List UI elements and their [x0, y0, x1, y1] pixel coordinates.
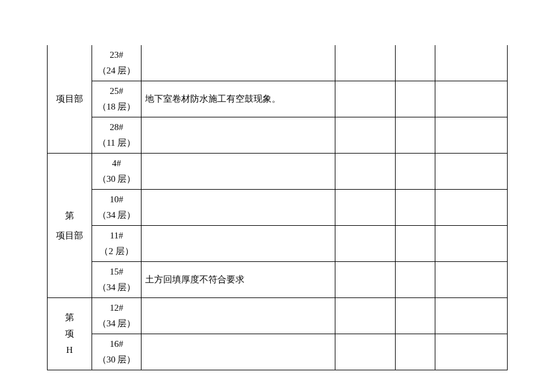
code-text: 4# — [112, 156, 121, 172]
empty-cell — [435, 117, 508, 154]
code-cell: 16# （30 层） — [92, 334, 142, 370]
floor-text: （11 层） — [98, 135, 135, 151]
empty-cell — [435, 154, 508, 190]
empty-cell — [396, 154, 435, 190]
desc-cell — [142, 226, 335, 262]
desc-cell: 地下室卷材防水施工有空鼓现象。 — [142, 81, 335, 117]
empty-cell — [335, 298, 396, 334]
empty-cell — [435, 298, 508, 334]
code-text: 12# — [110, 300, 123, 316]
code-text: 23# — [110, 48, 123, 63]
floor-text: （18 层） — [98, 99, 136, 115]
empty-cell — [396, 298, 435, 334]
code-cell: 4# （30 层） — [92, 154, 142, 190]
group-label-line: 项目部 — [56, 89, 83, 109]
floor-text: （30 层） — [98, 352, 136, 368]
empty-cell — [435, 81, 508, 117]
empty-cell — [435, 45, 508, 81]
table-row: 16# （30 层） — [48, 334, 508, 370]
empty-cell — [335, 190, 396, 226]
desc-cell — [142, 117, 335, 154]
table-row: 第 项目部 4# （30 层） — [48, 154, 508, 190]
table-row: 第 项 H 12# （34 层） — [48, 298, 508, 334]
empty-cell — [335, 45, 396, 81]
empty-cell — [435, 226, 508, 262]
empty-cell — [396, 117, 435, 154]
code-cell: 23# （24 层） — [92, 45, 142, 81]
code-text: 28# — [110, 120, 123, 135]
empty-cell — [335, 154, 396, 190]
empty-cell — [396, 190, 435, 226]
group-label: 第 项目部 — [48, 154, 92, 298]
empty-cell — [335, 81, 396, 117]
empty-cell — [435, 262, 508, 298]
empty-cell — [396, 226, 435, 262]
desc-cell — [142, 334, 335, 370]
desc-text: 地下室卷材防水施工有空鼓现象。 — [145, 94, 281, 104]
code-cell: 12# （34 层） — [92, 298, 142, 334]
table-row: 项目部 23# （24 层） — [48, 45, 508, 81]
code-text: 11# — [110, 228, 123, 244]
code-cell: 25# （18 层） — [92, 81, 142, 117]
group-label-line: 第 — [65, 206, 74, 226]
desc-cell: 土方回填厚度不符合要求 — [142, 262, 335, 298]
empty-cell — [396, 45, 435, 81]
table-row: 15# （34 层） 土方回填厚度不符合要求 — [48, 262, 508, 298]
group-label-line: 项目部 — [56, 226, 83, 246]
empty-cell — [335, 334, 396, 370]
desc-cell — [142, 298, 335, 334]
empty-cell — [435, 190, 508, 226]
floor-text: （24 层） — [98, 63, 136, 79]
empty-cell — [435, 334, 508, 370]
empty-cell — [335, 226, 396, 262]
empty-cell — [335, 117, 396, 154]
group-label: 项目部 — [48, 45, 92, 154]
construction-table: 项目部 23# （24 层） 25# （18 层） 地下室卷材防水施工有 — [47, 45, 508, 370]
desc-text: 土方回填厚度不符合要求 — [145, 275, 244, 284]
table-row: 11# （2 层） — [48, 226, 508, 262]
desc-cell — [142, 190, 335, 226]
code-text: 15# — [110, 264, 123, 280]
table-row: 10# （34 层） — [48, 190, 508, 226]
code-cell: 28# （11 层） — [92, 117, 142, 154]
empty-cell — [396, 334, 435, 370]
group-label: 第 项 H — [48, 298, 92, 370]
code-cell: 10# （34 层） — [92, 190, 142, 226]
table-row: 25# （18 层） 地下室卷材防水施工有空鼓现象。 — [48, 81, 508, 117]
floor-text: （34 层） — [98, 208, 136, 223]
empty-cell — [396, 262, 435, 298]
code-text: 10# — [110, 192, 123, 208]
table-row: 28# （11 层） — [48, 117, 508, 154]
code-text: 25# — [110, 84, 123, 99]
group-label-line: H — [66, 342, 73, 358]
desc-cell — [142, 45, 335, 81]
desc-cell — [142, 154, 335, 190]
code-text: 16# — [110, 337, 123, 352]
floor-text: （30 层） — [98, 172, 136, 187]
empty-cell — [396, 81, 435, 117]
code-cell: 15# （34 层） — [92, 262, 142, 298]
floor-text: （34 层） — [98, 316, 136, 332]
group-label-line: 项 — [65, 326, 74, 342]
empty-cell — [335, 262, 396, 298]
group-label-line: 第 — [65, 310, 74, 326]
code-cell: 11# （2 层） — [92, 226, 142, 262]
floor-text: （2 层） — [99, 244, 133, 260]
floor-text: （34 层） — [98, 280, 136, 296]
